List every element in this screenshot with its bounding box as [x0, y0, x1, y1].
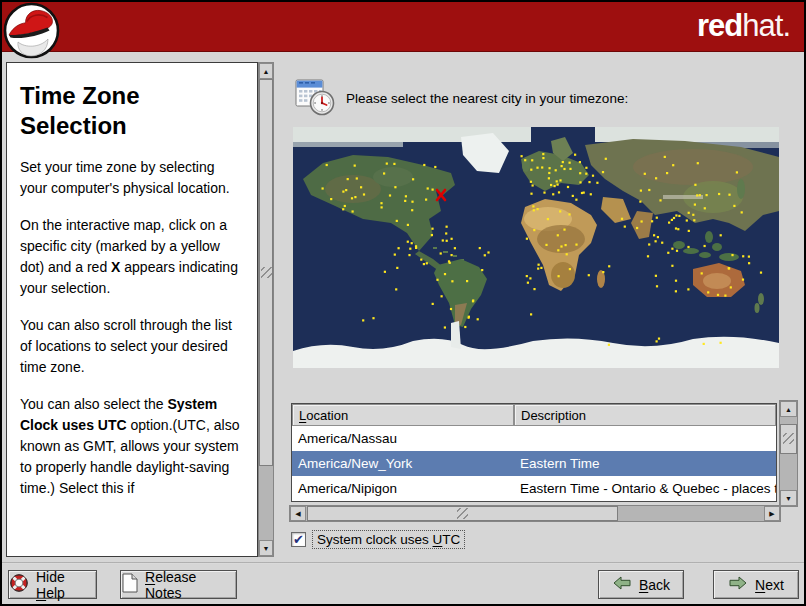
column-header-description-label: Description [521, 408, 586, 423]
down-arrow-icon: ▼ [263, 545, 270, 552]
check-icon: ✔ [293, 533, 304, 546]
table-vscroll-track[interactable] [780, 417, 797, 490]
redhat-logo-text: redhat. [697, 8, 790, 44]
calendar-clock-icon [293, 74, 337, 122]
help-text: Set your time zone by selecting your com… [20, 157, 245, 499]
brand-bold: red [697, 8, 742, 43]
release-notes-label: Release Notes [145, 569, 236, 601]
brand-light: hat. [742, 8, 790, 43]
help-panel: Time Zone Selection Set your time zone b… [6, 62, 258, 557]
help-scroll-thumb[interactable] [259, 79, 273, 466]
table-cell-description: Eastern Time - Ontario & Quebec - places… [514, 476, 776, 501]
column-header-location[interactable]: Location [292, 404, 514, 426]
thumb-grip-icon [261, 267, 272, 278]
utc-checkbox[interactable]: ✔ [291, 532, 306, 547]
table-hscrollbar[interactable]: ◀ ▶ [289, 505, 781, 522]
table-scroll-up-button[interactable]: ▲ [780, 401, 797, 417]
table-header-row: Location Description [292, 404, 776, 426]
utc-checkbox-row[interactable]: ✔ System clock uses UTC [291, 530, 465, 549]
prompt-row: Please select the nearest city in your t… [293, 74, 793, 122]
help-scroll-up-button[interactable]: ▲ [259, 63, 273, 79]
table-cell-location: America/New_York [292, 451, 514, 476]
table-scroll-right-button[interactable]: ▶ [764, 506, 780, 521]
help-scroll-track[interactable] [259, 79, 273, 540]
back-arrow-icon [612, 575, 632, 594]
hide-help-button[interactable]: Hide Help [8, 570, 97, 599]
table-row[interactable]: America/New_YorkEastern Time [292, 451, 776, 476]
table-row[interactable]: America/Nassau [292, 426, 776, 451]
header-bar: redhat. [2, 2, 804, 52]
table-vscrollbar[interactable]: ▲ ▼ [779, 400, 798, 507]
table-cell-location: America/Nassau [292, 426, 514, 451]
table-scroll-left-button[interactable]: ◀ [290, 506, 306, 521]
down-arrow-icon: ▼ [785, 495, 792, 502]
right-arrow-icon: ▶ [769, 510, 774, 518]
release-notes-button[interactable]: Release Notes [120, 570, 237, 599]
table-hscroll-track[interactable] [306, 506, 764, 521]
prompt-text: Please select the nearest city in your t… [346, 91, 628, 106]
column-header-location-label: Location [299, 408, 348, 423]
installer-window: redhat. Time Zone Selection Set your tim… [0, 0, 806, 606]
back-button[interactable]: Back [598, 570, 684, 599]
world-map[interactable] [293, 127, 779, 368]
utc-checkbox-label[interactable]: System clock uses UTC [312, 530, 465, 549]
table-cell-description [514, 426, 776, 451]
table-hscroll-thumb[interactable] [307, 506, 618, 521]
document-icon [121, 573, 138, 596]
back-label: Back [639, 577, 670, 593]
redhat-shadowman-icon [3, 2, 60, 63]
lifebuoy-icon [9, 573, 29, 596]
left-arrow-icon: ◀ [295, 510, 300, 518]
next-label: Next [755, 577, 784, 593]
up-arrow-icon: ▲ [263, 68, 270, 75]
next-arrow-icon [728, 575, 748, 594]
table-cell-description: Eastern Time [514, 451, 776, 476]
table-body: America/NassauAmerica/New_YorkEastern Ti… [292, 426, 776, 501]
table-vscroll-thumb[interactable] [780, 424, 797, 455]
help-scrollbar[interactable]: ▲ ▼ [258, 62, 274, 557]
hide-help-label: Hide Help [36, 569, 96, 601]
thumb-grip-icon [783, 433, 794, 444]
table-row[interactable]: America/NipigonEastern Time - Ontario & … [292, 476, 776, 501]
table-cell-location: America/Nipigon [292, 476, 514, 501]
help-scroll-down-button[interactable]: ▼ [259, 540, 273, 556]
table-scroll-down-button[interactable]: ▼ [780, 490, 797, 506]
column-header-description[interactable]: Description [514, 404, 776, 426]
footer-separator [2, 562, 804, 564]
up-arrow-icon: ▲ [785, 406, 792, 413]
next-button[interactable]: Next [713, 570, 799, 599]
thumb-grip-icon [457, 508, 468, 519]
timezone-table: Location Description America/NassauAmeri… [291, 403, 777, 502]
help-title: Time Zone Selection [20, 81, 245, 141]
